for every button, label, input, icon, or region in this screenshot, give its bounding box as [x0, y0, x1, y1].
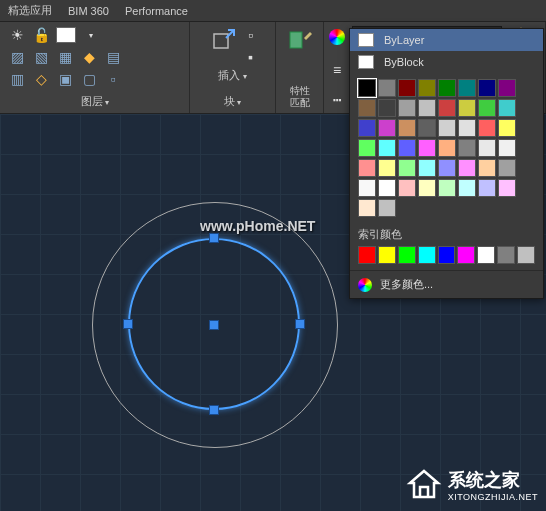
color-swatch[interactable]: [458, 139, 476, 157]
grid-hline: [0, 434, 546, 435]
color-swatch[interactable]: [458, 179, 476, 197]
index-color-swatch[interactable]: [358, 246, 376, 264]
color-swatch[interactable]: [378, 199, 396, 217]
color-swatch[interactable]: [358, 139, 376, 157]
grip-left[interactable]: [123, 319, 133, 329]
block-tool-1[interactable]: ▫: [242, 26, 260, 44]
layer-tool-10[interactable]: ▫: [104, 70, 122, 88]
index-color-swatch[interactable]: [418, 246, 436, 264]
color-swatch[interactable]: [398, 99, 416, 117]
watermark-phome: www.pHome.NET: [200, 218, 315, 234]
color-swatch[interactable]: [418, 139, 436, 157]
color-swatch[interactable]: [378, 139, 396, 157]
bylayer-swatch: [358, 33, 374, 47]
layer-input[interactable]: [56, 27, 76, 43]
grip-center[interactable]: [209, 320, 219, 330]
dropdown-item-byblock[interactable]: ByBlock: [350, 51, 543, 73]
color-swatch[interactable]: [498, 99, 516, 117]
color-swatch[interactable]: [478, 179, 496, 197]
block-tool-2[interactable]: ▪: [242, 48, 260, 66]
layer-tool-2[interactable]: ▧: [32, 48, 50, 66]
index-color-swatch[interactable]: [378, 246, 396, 264]
color-swatch[interactable]: [438, 79, 456, 97]
color-swatch[interactable]: [478, 119, 496, 137]
more-colors-label: 更多颜色...: [380, 277, 433, 292]
color-swatch[interactable]: [358, 179, 376, 197]
color-swatch[interactable]: [358, 99, 376, 117]
color-swatch[interactable]: [498, 179, 516, 197]
color-swatch[interactable]: [438, 99, 456, 117]
color-wheel-icon[interactable]: [328, 28, 346, 46]
index-color-swatch[interactable]: [398, 246, 416, 264]
color-swatch[interactable]: [418, 119, 436, 137]
color-swatch[interactable]: [398, 79, 416, 97]
color-swatch[interactable]: [498, 159, 516, 177]
layer-tool-5[interactable]: ▤: [104, 48, 122, 66]
color-swatch[interactable]: [378, 159, 396, 177]
layer-tool-9[interactable]: ▢: [80, 70, 98, 88]
color-swatch[interactable]: [418, 159, 436, 177]
grid-vline: [40, 114, 41, 511]
color-swatch[interactable]: [478, 159, 496, 177]
tab-bim360[interactable]: BIM 360: [68, 5, 109, 17]
layer-dd-icon[interactable]: ▾: [82, 26, 100, 44]
index-color-swatch[interactable]: [477, 246, 495, 264]
lock-icon[interactable]: 🔓: [32, 26, 50, 44]
color-swatch[interactable]: [478, 139, 496, 157]
color-swatch[interactable]: [498, 139, 516, 157]
color-swatch[interactable]: [378, 79, 396, 97]
color-swatch[interactable]: [418, 99, 436, 117]
layer-tool-6[interactable]: ▥: [8, 70, 26, 88]
color-swatch[interactable]: [398, 139, 416, 157]
index-color-swatch[interactable]: [497, 246, 515, 264]
props-panel-label: 特性 匹配: [290, 83, 310, 109]
color-swatch[interactable]: [438, 159, 456, 177]
watermark-cn: 系统之家: [448, 468, 538, 492]
lineweight-icon[interactable]: ≡: [328, 61, 346, 79]
color-swatch[interactable]: [438, 179, 456, 197]
layer-tool-4[interactable]: ◆: [80, 48, 98, 66]
color-swatch[interactable]: [378, 179, 396, 197]
dropdown-item-bylayer[interactable]: ByLayer: [350, 29, 543, 51]
grip-right[interactable]: [295, 319, 305, 329]
more-colors-item[interactable]: 更多颜色...: [350, 270, 543, 298]
color-swatch[interactable]: [418, 79, 436, 97]
color-swatch[interactable]: [438, 119, 456, 137]
layer-tool-1[interactable]: ▨: [8, 48, 26, 66]
grip-top[interactable]: [209, 233, 219, 243]
layer-tool-3[interactable]: ▦: [56, 48, 74, 66]
color-swatch[interactable]: [458, 99, 476, 117]
match-props-icon[interactable]: [284, 26, 316, 58]
index-color-swatch[interactable]: [517, 246, 535, 264]
tab-featured[interactable]: 精选应用: [8, 3, 52, 18]
color-swatch[interactable]: [398, 159, 416, 177]
color-swatch[interactable]: [458, 159, 476, 177]
layers-panel-label: 图层▾: [8, 92, 181, 109]
color-swatch[interactable]: [378, 119, 396, 137]
layer-tool-8[interactable]: ▣: [56, 70, 74, 88]
color-swatch[interactable]: [478, 99, 496, 117]
color-swatch[interactable]: [478, 79, 496, 97]
sun-icon[interactable]: ☀: [8, 26, 26, 44]
color-swatch[interactable]: [398, 179, 416, 197]
color-swatch[interactable]: [398, 119, 416, 137]
color-swatch[interactable]: [438, 139, 456, 157]
insert-icon[interactable]: [206, 26, 238, 58]
linetype-icon[interactable]: ┅: [328, 91, 346, 109]
index-color-swatch[interactable]: [438, 246, 456, 264]
color-swatch[interactable]: [458, 79, 476, 97]
color-swatch[interactable]: [458, 119, 476, 137]
color-swatch[interactable]: [418, 179, 436, 197]
layer-tool-7[interactable]: ◇: [32, 70, 50, 88]
color-swatch[interactable]: [358, 199, 376, 217]
index-color-swatch[interactable]: [457, 246, 475, 264]
color-swatch[interactable]: [358, 159, 376, 177]
insert-label: 插入 ▾: [218, 68, 247, 83]
grip-bottom[interactable]: [209, 405, 219, 415]
tab-performance[interactable]: Performance: [125, 5, 188, 17]
color-swatch[interactable]: [378, 99, 396, 117]
color-swatch[interactable]: [358, 119, 376, 137]
color-swatch[interactable]: [358, 79, 376, 97]
color-swatch[interactable]: [498, 119, 516, 137]
color-swatch[interactable]: [498, 79, 516, 97]
